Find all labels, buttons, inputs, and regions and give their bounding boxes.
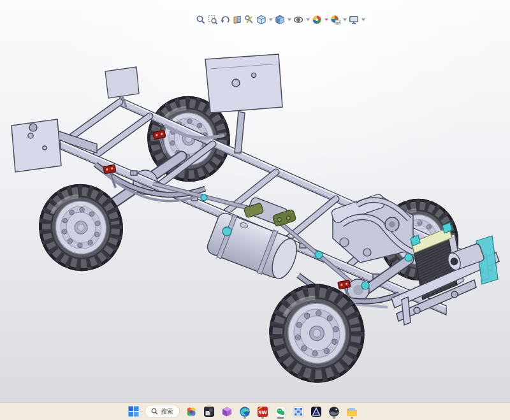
start-button[interactable] [127,403,140,419]
triangle-a-app-icon[interactable] [309,403,323,419]
edit-appearance-icon[interactable] [311,14,323,25]
section-view-icon[interactable] [231,14,243,25]
purple-cube-app-icon[interactable] [220,403,233,419]
view-orientation-caret[interactable] [269,18,273,21]
search-label: 搜索 [161,407,173,416]
svg-text:SW: SW [258,409,267,415]
search-icon [151,408,158,415]
display-style-icon[interactable] [274,14,286,25]
drawing-tools-icon[interactable] [244,14,255,25]
photo-globe-app-icon[interactable] [327,403,340,419]
zoom-to-area-icon[interactable] [207,14,219,25]
heads-up-toolbar [195,14,366,25]
cad-viewport[interactable] [0,0,510,403]
solidworks-app-icon[interactable]: SW [256,403,269,419]
tank-filler-teal [222,227,231,236]
search-box[interactable]: 搜索 [145,405,180,418]
desktop: 搜索 SW [0,0,510,420]
grid-calculator-app-icon[interactable] [291,403,305,419]
taskbar: 搜索 SW [0,402,510,420]
edit-appearance-caret[interactable] [324,18,328,21]
display-style-caret[interactable] [288,18,291,21]
zoom-to-fit-icon[interactable] [195,14,207,25]
hide-show-items-icon[interactable] [293,14,304,25]
truck-chassis-model[interactable] [0,0,510,403]
hide-show-items-caret[interactable] [306,18,310,21]
apply-scene-caret[interactable] [343,18,347,21]
edge-browser-icon[interactable] [238,403,251,419]
apply-scene-icon[interactable] [330,14,341,25]
view-settings-icon[interactable] [348,14,360,25]
view-orientation-icon[interactable] [256,14,267,25]
view-settings-caret[interactable] [361,18,365,21]
previous-view-icon[interactable] [219,14,231,25]
file-explorer-icon[interactable] [345,403,358,419]
photos-app-icon[interactable] [184,403,198,419]
dark-editor-app-icon[interactable] [202,403,215,419]
wechat-app-icon[interactable] [273,403,287,419]
